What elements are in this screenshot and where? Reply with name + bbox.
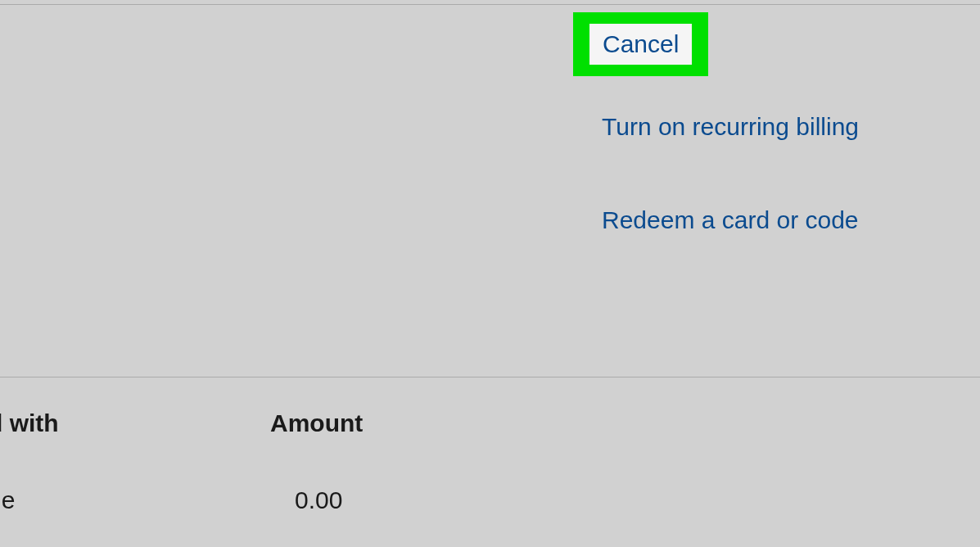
redeem-code-link[interactable]: Redeem a card or code (602, 206, 859, 234)
cancel-highlight: Cancel (573, 12, 708, 76)
table-cell-paid-with: ne (0, 486, 233, 514)
payment-table-section: d with Amount ne 0.00 (0, 409, 980, 514)
table-row: ne 0.00 (0, 486, 980, 514)
table-header-amount: Amount (270, 409, 363, 437)
section-divider (0, 377, 980, 377)
table-header-paid-with: d with (0, 409, 233, 437)
table-cell-amount: 0.00 (295, 486, 342, 514)
top-divider (0, 4, 980, 5)
table-header-row: d with Amount (0, 409, 980, 437)
recurring-billing-link[interactable]: Turn on recurring billing (602, 113, 859, 141)
cancel-link[interactable]: Cancel (589, 24, 692, 65)
subscription-actions: Cancel Turn on recurring billing Redeem … (573, 12, 859, 234)
